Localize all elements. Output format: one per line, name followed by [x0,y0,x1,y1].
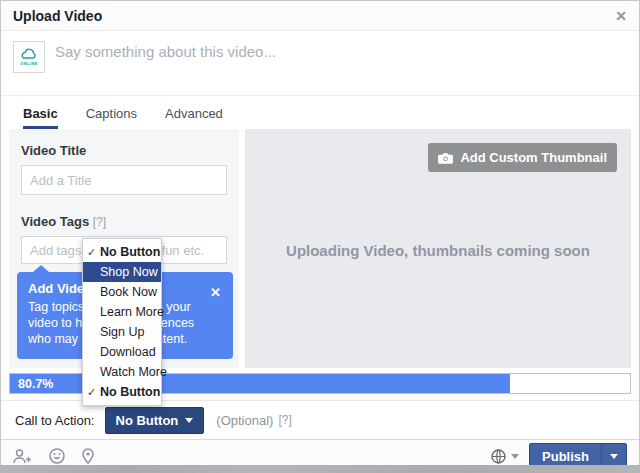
audience-selector[interactable] [491,449,519,464]
progress-percent: 80.7% [10,377,53,391]
menu-item-learn-more[interactable]: Learn More [83,302,161,322]
video-title-label: Video Title [21,143,227,158]
tab-advanced[interactable]: Advanced [165,96,223,129]
tab-captions[interactable]: Captions [86,96,137,129]
add-custom-thumbnail-label: Add Custom Thumbnail [460,150,607,165]
optional-text: (Optional) [216,413,273,428]
menu-item-shop-now[interactable]: Shop Now [83,262,161,282]
tooltip-close-icon[interactable]: ✕ [210,286,221,299]
menu-item-book-now[interactable]: Book Now [83,282,161,302]
tab-basic[interactable]: Basic [23,96,58,129]
video-title-input[interactable] [21,165,227,195]
audience-globe-icon [491,449,506,464]
attachment-icons [13,448,94,464]
upload-status-text: Uploading Video, thumbnails coming soon [245,242,631,259]
check-icon: ✓ [87,242,96,262]
menu-item-sign-up[interactable]: Sign Up [83,322,161,342]
composer-section: ONLINE Say something about this video... [1,31,639,96]
check-icon: ✓ [87,382,96,402]
background-page-strip [0,465,640,473]
chevron-down-icon [610,454,618,459]
tab-bar: Basic Captions Advanced [1,96,639,129]
feeling-smiley-icon[interactable] [49,448,65,464]
tag-people-icon[interactable] [13,449,32,464]
call-to-action-value: No Button [116,413,179,428]
menu-item-download[interactable]: Download [83,342,161,362]
tooltip-arrow [33,265,49,272]
composer-placeholder[interactable]: Say something about this video... [55,43,276,60]
dialog-header: Upload Video ✕ [1,1,639,31]
menu-item-no-button-2[interactable]: ✓ No Button [83,382,161,402]
chevron-down-icon [511,454,519,459]
avatar: ONLINE [13,41,45,73]
call-to-action-menu: ✓ No Button Shop Now Book Now Learn More… [82,238,162,406]
dialog-title: Upload Video [13,8,102,24]
add-custom-thumbnail-button[interactable]: Add Custom Thumbnail [428,143,617,172]
check-in-pin-icon[interactable] [82,448,94,464]
upload-video-modal: Upload Video ✕ ONLINE Say something abou… [0,0,640,473]
cta-help-icon[interactable]: [?] [278,413,291,427]
avatar-label: ONLINE [20,61,38,66]
cloud-logo-icon [20,48,38,61]
thumbnail-preview-panel: Add Custom Thumbnail Uploading Video, th… [245,129,631,368]
camera-icon [438,152,453,164]
video-tags-label: Video Tags [?] [21,214,227,229]
menu-item-watch-more[interactable]: Watch More [83,362,161,382]
call-to-action-label: Call to Action: [15,413,95,428]
chevron-down-icon [185,418,193,423]
menu-item-no-button[interactable]: ✓ No Button [83,242,161,262]
close-icon[interactable]: ✕ [615,9,627,23]
call-to-action-dropdown-button[interactable]: No Button [105,407,205,434]
video-tags-help-icon[interactable]: [?] [93,215,106,229]
